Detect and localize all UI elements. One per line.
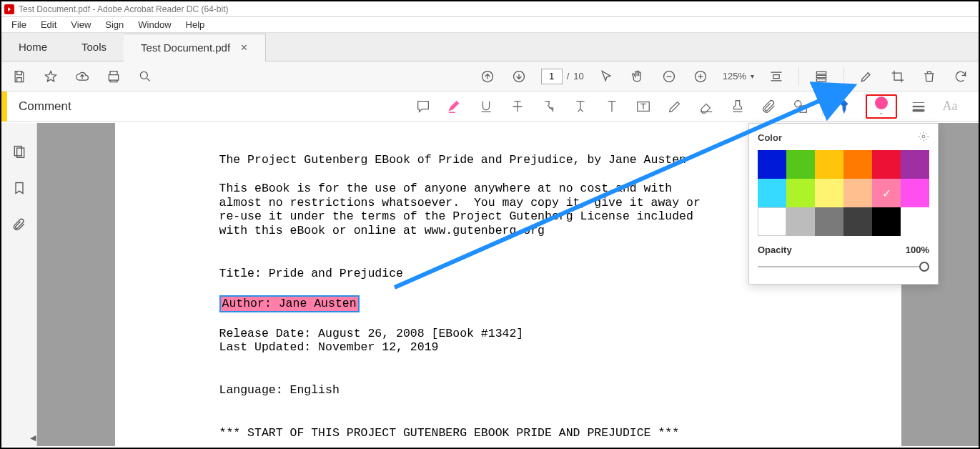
paperclip-icon[interactable]: [12, 217, 26, 234]
strikethrough-icon[interactable]: [508, 97, 528, 117]
menu-file[interactable]: File: [6, 18, 32, 31]
hand-icon[interactable]: [628, 67, 647, 86]
doc-line: Language: English: [219, 383, 844, 398]
svg-rect-10: [800, 106, 806, 112]
pencil-icon[interactable]: [665, 97, 685, 117]
highlighted-text[interactable]: Author: Jane Austen: [219, 295, 360, 312]
tab-home-label: Home: [19, 41, 47, 53]
thumbnails-icon[interactable]: [12, 144, 26, 161]
main-toolbar: / 10 125% ▾: [1, 61, 979, 92]
star-icon[interactable]: [41, 67, 60, 86]
doc-line: Last Updated: November 12, 2019: [219, 340, 844, 355]
color-swatches: ✓: [758, 150, 929, 236]
svg-rect-7: [816, 79, 826, 81]
fit-width-icon[interactable]: [767, 67, 786, 86]
color-swatch[interactable]: [786, 207, 815, 236]
delete-icon[interactable]: [920, 67, 939, 86]
shapes-icon[interactable]: [791, 97, 811, 117]
gear-icon[interactable]: [918, 131, 929, 144]
menu-edit[interactable]: Edit: [35, 18, 62, 31]
line-weight-icon[interactable]: [909, 97, 929, 117]
text-format-icon[interactable]: Aa: [940, 97, 960, 117]
color-swatch[interactable]: [758, 207, 786, 236]
attachment-icon[interactable]: [759, 97, 779, 117]
underline-icon[interactable]: [476, 97, 496, 117]
bookmark-icon[interactable]: [12, 181, 26, 197]
zoom-select[interactable]: 125% ▾: [723, 71, 754, 82]
menu-sign[interactable]: Sign: [99, 18, 129, 31]
color-swatch[interactable]: [872, 150, 901, 179]
insert-text-icon[interactable]: [570, 97, 590, 117]
cloud-upload-icon[interactable]: [73, 67, 91, 86]
page-down-icon[interactable]: [510, 67, 528, 86]
menu-help[interactable]: Help: [180, 18, 211, 31]
pin-icon[interactable]: [834, 97, 854, 117]
svg-rect-5: [816, 71, 826, 74]
tabbar: Home Tools Test Document.pdf ✕: [1, 33, 979, 61]
color-swatch[interactable]: [901, 179, 929, 207]
window-title: Test Document.pdf - Adobe Acrobat Reader…: [19, 4, 228, 14]
app-icon: [4, 4, 14, 14]
menu-window[interactable]: Window: [132, 18, 177, 31]
chevron-down-icon: ⌄: [878, 109, 884, 116]
rotate-icon[interactable]: [951, 67, 970, 86]
page-up-icon[interactable]: [478, 67, 497, 86]
page-sep: /: [567, 71, 570, 82]
textbox-icon[interactable]: [633, 97, 653, 117]
color-swatch[interactable]: ✓: [872, 179, 901, 207]
color-swatch[interactable]: [786, 150, 815, 179]
comment-toolbar: Comment ⌄ Aa: [1, 92, 979, 122]
color-panel: Color ✓ Opacity 100%: [748, 123, 939, 285]
tab-close-icon[interactable]: ✕: [240, 42, 248, 53]
page-input[interactable]: [541, 69, 563, 84]
zoom-in-icon[interactable]: [691, 67, 710, 86]
color-swatch[interactable]: [815, 207, 843, 236]
replace-text-icon[interactable]: [539, 97, 559, 117]
page-indicator: / 10: [541, 69, 584, 84]
opacity-label: Opacity: [758, 245, 792, 255]
color-swatch[interactable]: [872, 207, 901, 236]
tab-document[interactable]: Test Document.pdf ✕: [124, 34, 266, 61]
print-icon[interactable]: [104, 67, 123, 86]
left-rail: ◀: [1, 123, 37, 446]
search-icon[interactable]: [136, 67, 154, 86]
eraser-icon[interactable]: [696, 97, 716, 117]
add-text-icon[interactable]: [602, 97, 622, 117]
color-swatch[interactable]: [843, 150, 872, 179]
edit-tool-icon[interactable]: [857, 67, 876, 86]
tab-tools-label: Tools: [81, 41, 107, 53]
crop-icon[interactable]: [889, 67, 907, 86]
opacity-slider[interactable]: [758, 260, 929, 274]
color-swatch[interactable]: [843, 207, 872, 236]
save-icon[interactable]: [10, 67, 29, 86]
titlebar: Test Document.pdf - Adobe Acrobat Reader…: [1, 1, 979, 17]
zoom-out-icon[interactable]: [660, 67, 678, 86]
page-total: 10: [573, 71, 583, 82]
doc-line: *** START OF THIS PROJECT GUTENBERG EBOO…: [219, 426, 844, 440]
slider-thumb[interactable]: [919, 262, 929, 272]
comment-label: Comment: [19, 99, 71, 114]
svg-rect-6: [816, 75, 826, 77]
check-icon: ✓: [882, 187, 891, 200]
tab-home[interactable]: Home: [1, 33, 64, 61]
highlight-icon[interactable]: [445, 97, 465, 117]
color-swatch[interactable]: [758, 150, 786, 179]
svg-point-0: [140, 71, 147, 79]
color-panel-title: Color: [758, 132, 782, 143]
svg-point-13: [922, 135, 925, 138]
color-swatch[interactable]: [758, 179, 786, 207]
color-swatch[interactable]: [786, 179, 815, 207]
view-mode-icon[interactable]: [812, 67, 831, 86]
tab-tools[interactable]: Tools: [64, 33, 124, 61]
color-swatch[interactable]: [815, 150, 843, 179]
chevron-down-icon: ▾: [751, 72, 754, 80]
stamp-icon[interactable]: [728, 97, 748, 117]
color-swatch[interactable]: [843, 179, 872, 207]
menu-view[interactable]: View: [65, 18, 96, 31]
color-swatch[interactable]: [815, 179, 843, 207]
pointer-icon[interactable]: [597, 67, 615, 86]
sticky-note-icon[interactable]: [413, 97, 433, 117]
color-swatch[interactable]: [901, 150, 929, 179]
collapse-rail-icon[interactable]: ◀: [30, 433, 40, 443]
color-indicator[interactable]: ⌄: [866, 94, 897, 119]
